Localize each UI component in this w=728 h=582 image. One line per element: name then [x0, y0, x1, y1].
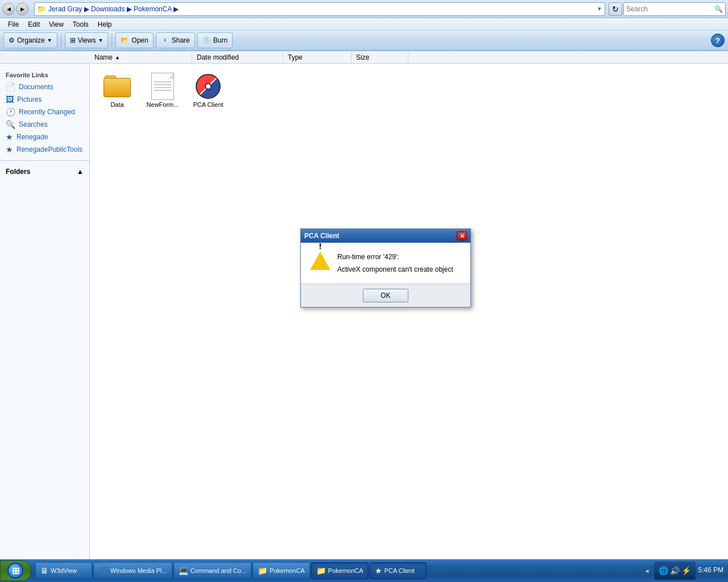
warning-icon: ! — [310, 252, 330, 272]
documents-icon: 📄 — [6, 82, 15, 92]
tray-battery-icon: ⚡ — [681, 566, 691, 575]
search-bar[interactable]: 🔍 — [623, 2, 726, 16]
dialog-titlebar: PCA Client ✕ — [301, 229, 470, 243]
dialog-body: ! Run-time error '429': ActiveX componen… — [301, 243, 470, 284]
searches-icon: 🔍 — [6, 120, 15, 129]
views-button[interactable]: ⊞ Views ▼ — [65, 32, 109, 48]
menu-file[interactable]: File — [3, 19, 23, 30]
tray-volume-icon: 🔊 — [670, 566, 680, 575]
error-dialog: PCA Client ✕ ! Run-time error '429': Act… — [300, 228, 471, 307]
dialog-ok-button[interactable]: OK — [363, 289, 408, 302]
taskbar-pokemonca1-icon: 📁 — [258, 566, 267, 575]
sidebar-item-renegade[interactable]: ★ Renegade — [0, 131, 89, 143]
toolbar-separator-2 — [111, 34, 112, 47]
help-button[interactable]: ? — [711, 34, 725, 47]
main-layout: Favorite Links 📄 Documents 🖼 Pictures 🕐 … — [0, 64, 728, 559]
taskbar-item-pca-client[interactable]: ★ PCA Client — [370, 562, 427, 579]
back-button[interactable]: ◀ — [2, 3, 15, 15]
folders-section: Folders ▲ — [0, 160, 89, 178]
share-button[interactable]: 📧 Share — [156, 32, 195, 48]
file-area: Data NewForm... — [90, 64, 728, 559]
taskbar-items: 🖥 W3dView 🎵 Windows Media Pl... 💻 Comman… — [33, 562, 639, 579]
burn-button[interactable]: 💿 Burn — [197, 32, 233, 48]
organize-icon: ⚙ — [9, 36, 15, 44]
search-icon[interactable]: 🔍 — [714, 5, 723, 13]
taskbar-item-pokemonca-1[interactable]: 📁 PokemonCA — [253, 562, 310, 579]
dialog-title: PCA Client — [304, 232, 457, 240]
renegade-icon: ★ — [6, 132, 13, 142]
refresh-button[interactable]: ↻ — [609, 2, 622, 16]
taskbar-expand-button[interactable]: ◄ — [644, 568, 650, 574]
menu-view[interactable]: View — [44, 19, 68, 30]
taskbar-command-icon: 💻 — [179, 566, 188, 575]
sidebar-item-renegadepublictools[interactable]: ★ RenegadePublicTools — [0, 143, 89, 156]
renegadepublictools-icon: ★ — [6, 145, 13, 154]
toolbar-separator-1 — [61, 34, 61, 47]
sidebar-item-documents[interactable]: 📄 Documents — [0, 81, 89, 93]
taskbar-item-w3dview[interactable]: 🖥 W3dView — [35, 562, 92, 579]
dialog-close-button[interactable]: ✕ — [457, 231, 467, 240]
menu-help[interactable]: Help — [93, 19, 117, 30]
col-header-name[interactable]: Name ▲ — [90, 51, 192, 63]
menu-edit[interactable]: Edit — [23, 19, 44, 30]
breadcrumb: Jerad Gray ▶ Downloads ▶ PokemonCA ▶ — [48, 5, 179, 13]
open-icon: 📂 — [121, 36, 129, 44]
title-bar: ◀ ▶ 📁 Jerad Gray ▶ Downloads ▶ PokemonCA… — [0, 0, 728, 18]
taskbar-pca-icon: ★ — [375, 566, 382, 575]
burn-icon: 💿 — [202, 36, 211, 44]
open-button[interactable]: 📂 Open — [115, 32, 153, 48]
folder-icon: 📁 — [37, 5, 46, 13]
sort-arrow: ▲ — [115, 55, 120, 60]
taskbar-media-icon: 🎵 — [98, 566, 108, 575]
organize-button[interactable]: ⚙ Organize ▼ — [3, 32, 57, 48]
window-controls: ◀ ▶ — [2, 3, 28, 15]
share-icon: 📧 — [161, 36, 169, 44]
taskbar-pokemonca2-icon: 📁 — [316, 566, 326, 575]
recently-changed-icon: 🕐 — [6, 107, 15, 117]
forward-button[interactable]: ▶ — [16, 3, 28, 15]
col-header-type[interactable]: Type — [283, 51, 351, 63]
warning-exclamation: ! — [319, 242, 322, 250]
taskbar-right: ◄ 🌐 🔊 ⚡ 5:46 PM — [639, 562, 728, 580]
system-clock: 5:46 PM — [698, 566, 723, 575]
views-icon: ⊞ — [70, 36, 76, 44]
column-headers: Name ▲ Date modified Type Size — [0, 51, 728, 64]
pictures-icon: 🖼 — [6, 95, 14, 104]
address-bar[interactable]: 📁 Jerad Gray ▶ Downloads ▶ PokemonCA ▶ ▼ — [34, 2, 605, 16]
tray-network-icon: 🌐 — [659, 566, 668, 575]
col-header-size[interactable]: Size — [351, 51, 408, 63]
toolbar: ⚙ Organize ▼ ⊞ Views ▼ 📂 Open 📧 Share 💿 … — [0, 31, 728, 51]
start-button[interactable]: ⊞ — [0, 560, 31, 581]
taskbar-item-command[interactable]: 💻 Command and Co... — [173, 562, 251, 579]
dialog-overlay: PCA Client ✕ ! Run-time error '429': Act… — [90, 64, 728, 559]
taskbar-w3dview-icon: 🖥 — [40, 566, 48, 575]
sidebar-section-title: Favorite Links — [0, 68, 89, 81]
taskbar-item-windows-media[interactable]: 🎵 Windows Media Pl... — [93, 562, 172, 579]
system-tray: 🌐 🔊 ⚡ — [654, 562, 696, 580]
sidebar-item-recently-changed[interactable]: 🕐 Recently Changed — [0, 106, 89, 118]
address-dropdown-arrow[interactable]: ▼ — [597, 6, 602, 12]
sidebar: Favorite Links 📄 Documents 🖼 Pictures 🕐 … — [0, 64, 90, 559]
search-input[interactable] — [626, 5, 714, 13]
folders-header[interactable]: Folders ▲ — [0, 165, 89, 178]
taskbar: ⊞ 🖥 W3dView 🎵 Windows Media Pl... 💻 Comm… — [0, 559, 728, 582]
dialog-message: Run-time error '429': ActiveX component … — [337, 252, 453, 275]
start-orb: ⊞ — [7, 563, 23, 579]
menu-bar: File Edit View Tools Help — [0, 18, 728, 31]
menu-tools[interactable]: Tools — [68, 19, 93, 30]
dialog-footer: OK — [301, 284, 470, 307]
col-header-date[interactable]: Date modified — [192, 51, 283, 63]
sidebar-item-pictures[interactable]: 🖼 Pictures — [0, 93, 89, 106]
taskbar-item-pokemonca-2[interactable]: 📁 PokemonCA — [311, 562, 369, 579]
sidebar-item-searches[interactable]: 🔍 Searches — [0, 118, 89, 131]
folders-collapse-icon: ▲ — [77, 168, 84, 176]
